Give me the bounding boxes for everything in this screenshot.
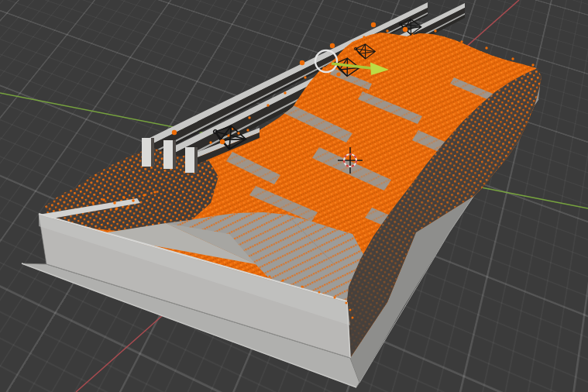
support-post[interactable]	[185, 147, 198, 173]
support-post[interactable]	[142, 138, 154, 167]
scene-canvas	[0, 0, 588, 392]
3d-viewport[interactable]	[0, 0, 588, 392]
support-post[interactable]	[163, 140, 176, 169]
